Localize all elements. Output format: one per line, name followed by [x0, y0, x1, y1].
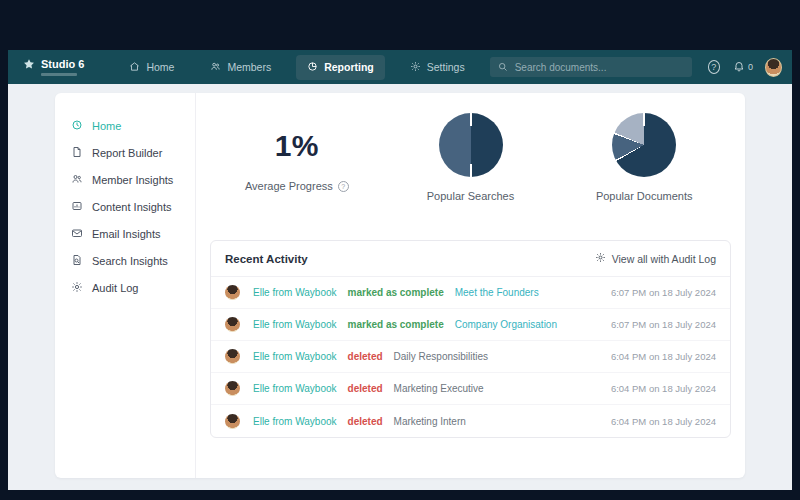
- members-icon: [210, 61, 221, 74]
- main-content: 1% Average Progress ? Popular Searches P…: [196, 93, 745, 478]
- nav-item-members[interactable]: Members: [199, 55, 282, 80]
- activity-action: deleted: [348, 351, 383, 362]
- document-icon: [71, 146, 83, 160]
- activity-target: Marketing Intern: [394, 416, 466, 427]
- view-all-label: View all with Audit Log: [612, 253, 716, 265]
- sidebar-item-label: Report Builder: [92, 147, 162, 159]
- sidebar-item-content-insights[interactable]: Content Insights: [71, 193, 195, 220]
- reporting-icon: [307, 61, 318, 74]
- app-window: Studio 6 Home Members Reporting: [8, 50, 792, 490]
- info-icon[interactable]: ?: [338, 181, 349, 192]
- popular-searches-label: Popular Searches: [427, 190, 514, 202]
- popular-searches-stat: Popular Searches: [384, 113, 558, 202]
- popular-documents-label: Popular Documents: [596, 190, 693, 202]
- activity-row: Elle from Waybook deleted Daily Responsi…: [211, 341, 730, 373]
- avatar: [225, 285, 240, 300]
- avatar: [225, 317, 240, 332]
- gear-icon: [71, 281, 83, 295]
- notifications-button[interactable]: 0: [733, 58, 753, 76]
- bell-icon: [733, 58, 745, 76]
- activity-row: Elle from Waybook marked as complete Com…: [211, 309, 730, 341]
- sidebar-item-audit-log[interactable]: Audit Log: [71, 274, 195, 301]
- help-button[interactable]: ?: [708, 60, 721, 74]
- nav-item-label: Home: [146, 61, 174, 73]
- nav-item-settings[interactable]: Settings: [399, 55, 476, 80]
- activity-target-link[interactable]: Company Organisation: [455, 319, 557, 330]
- activity-row: Elle from Waybook deleted Marketing Exec…: [211, 373, 730, 405]
- view-all-audit-log-link[interactable]: View all with Audit Log: [595, 252, 716, 265]
- average-progress-stat: 1% Average Progress ?: [210, 113, 384, 192]
- activity-target: Marketing Executive: [394, 383, 484, 394]
- bar-chart-icon: [71, 200, 83, 214]
- stats-row: 1% Average Progress ? Popular Searches P…: [210, 93, 731, 240]
- logo[interactable]: Studio 6: [22, 58, 84, 76]
- content-panel: Home Report Builder Member Insights Cont…: [55, 93, 745, 478]
- search-bar: [490, 57, 692, 77]
- activity-target: Daily Responsibilities: [394, 351, 488, 362]
- page-background: Home Report Builder Member Insights Cont…: [8, 84, 792, 490]
- app-title: Studio 6: [41, 58, 84, 70]
- sidebar-item-report-builder[interactable]: Report Builder: [71, 139, 195, 166]
- top-nav: Studio 6 Home Members Reporting: [8, 50, 792, 84]
- activity-action: deleted: [348, 383, 383, 394]
- activity-timestamp: 6:04 PM on 18 July 2024: [611, 383, 716, 394]
- activity-user-link[interactable]: Elle from Waybook: [253, 287, 337, 298]
- sidebar-item-label: Audit Log: [92, 282, 138, 294]
- activity-timestamp: 6:07 PM on 18 July 2024: [611, 319, 716, 330]
- sidebar-item-email-insights[interactable]: Email Insights: [71, 220, 195, 247]
- nav-item-label: Members: [227, 61, 271, 73]
- nav-item-reporting[interactable]: Reporting: [296, 55, 385, 80]
- sidebar-item-label: Member Insights: [92, 174, 173, 186]
- sidebar-item-search-insights[interactable]: Search Insights: [71, 247, 195, 274]
- avatar: [225, 381, 240, 396]
- avatar: [225, 414, 240, 429]
- activity-user-link[interactable]: Elle from Waybook: [253, 383, 337, 394]
- user-avatar[interactable]: [765, 58, 782, 77]
- search-icon: [498, 58, 508, 76]
- activity-action: marked as complete: [348, 287, 444, 298]
- home-icon: [129, 61, 140, 74]
- activity-timestamp: 6:07 PM on 18 July 2024: [611, 287, 716, 298]
- search-input[interactable]: [515, 62, 684, 73]
- gear-icon: [595, 252, 606, 265]
- activity-action: marked as complete: [348, 319, 444, 330]
- sidebar-item-member-insights[interactable]: Member Insights: [71, 166, 195, 193]
- help-icon: ?: [711, 62, 716, 72]
- average-progress-label: Average Progress: [245, 180, 333, 192]
- clock-icon: [71, 119, 83, 133]
- people-icon: [71, 173, 83, 187]
- activity-action: deleted: [348, 416, 383, 427]
- popular-searches-pie-chart: [439, 113, 503, 177]
- nav-item-home[interactable]: Home: [118, 55, 185, 80]
- sidebar-item-label: Content Insights: [92, 201, 172, 213]
- recent-activity-card: Recent Activity View all with Audit Log …: [210, 240, 731, 438]
- average-progress-value: 1%: [275, 129, 319, 163]
- activity-timestamp: 6:04 PM on 18 July 2024: [611, 351, 716, 362]
- logo-subtitle: [41, 73, 77, 76]
- popular-documents-stat: Popular Documents: [557, 113, 731, 202]
- sidebar-item-label: Home: [92, 120, 121, 132]
- activity-user-link[interactable]: Elle from Waybook: [253, 351, 337, 362]
- sidebar-item-label: Search Insights: [92, 255, 168, 267]
- activity-row: Elle from Waybook marked as complete Mee…: [211, 277, 730, 309]
- avatar: [225, 349, 240, 364]
- activity-timestamp: 6:04 PM on 18 July 2024: [611, 416, 716, 427]
- envelope-icon: [71, 227, 83, 241]
- activity-target-link[interactable]: Meet the Founders: [455, 287, 539, 298]
- notification-count: 0: [748, 62, 753, 72]
- popular-documents-pie-chart: [612, 113, 676, 177]
- logo-icon: [22, 58, 36, 76]
- recent-activity-title: Recent Activity: [225, 253, 308, 265]
- activity-row: Elle from Waybook deleted Marketing Inte…: [211, 405, 730, 437]
- document-search-icon: [71, 254, 83, 268]
- nav-item-label: Settings: [427, 61, 465, 73]
- activity-user-link[interactable]: Elle from Waybook: [253, 416, 337, 427]
- sidebar: Home Report Builder Member Insights Cont…: [55, 93, 196, 478]
- settings-icon: [410, 61, 421, 74]
- nav-item-label: Reporting: [324, 61, 374, 73]
- sidebar-item-home[interactable]: Home: [71, 112, 195, 139]
- activity-user-link[interactable]: Elle from Waybook: [253, 319, 337, 330]
- sidebar-item-label: Email Insights: [92, 228, 160, 240]
